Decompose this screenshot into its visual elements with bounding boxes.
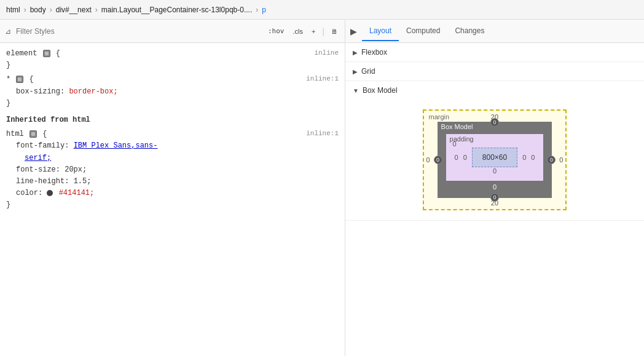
line-height-val: 1.5;	[74, 177, 92, 186]
breadcrumb-sep3: ›	[95, 6, 98, 14]
element-rule: element { inline }	[6, 48, 339, 71]
breadcrumb: html › body › div#__next › main.Layout__…	[0, 0, 644, 20]
element-node-icon	[43, 50, 50, 57]
flexbox-label: Flexbox	[361, 48, 387, 57]
star-rule: * { inline:1 box-sizing: border-box; }	[6, 74, 339, 109]
border-left-value[interactable]: 0	[434, 156, 442, 164]
border-label: Box Model	[441, 123, 473, 130]
grid-header[interactable]: Grid	[345, 62, 644, 81]
breadcrumb-sep2: ›	[50, 6, 52, 14]
tab-changes[interactable]: Changes	[447, 22, 492, 41]
html-close-brace: }	[6, 200, 10, 209]
font-family-val[interactable]: IBM Plex Sans,sans-	[74, 141, 158, 150]
border-bottom-extra: 0	[493, 183, 497, 191]
font-family-val2[interactable]: serif;	[25, 154, 51, 162]
element-selector: element	[6, 49, 42, 58]
html-node-icon	[29, 130, 37, 138]
flexbox-chevron	[353, 49, 358, 56]
star-selector: *	[6, 75, 15, 84]
box-sizing-val: border-box;	[69, 87, 117, 96]
breadcrumb-sep4: ›	[256, 6, 258, 14]
font-size-prop: font-size:	[16, 165, 65, 174]
filter-icon: ⊿	[5, 27, 11, 36]
star-open-brace: {	[29, 75, 34, 84]
padding-bottom-value[interactable]: 0	[455, 167, 535, 175]
border-bottom-value[interactable]: 0	[490, 193, 499, 202]
border-right-outer-value[interactable]: 0	[522, 154, 526, 161]
margin-box: margin 20 20 0 0 Box Model 0 0 0	[423, 109, 567, 210]
padding-box: padding 0 0 0 800×60	[446, 134, 544, 181]
box-model-section: Box Model margin 20 20 0 0	[345, 81, 644, 221]
border-box: Box Model 0 0 0 0 padding 0	[438, 122, 552, 198]
star-node-icon	[16, 76, 23, 83]
margin-left-value[interactable]: 0	[426, 156, 430, 164]
inherited-header: Inherited from html	[6, 114, 339, 126]
cls-button[interactable]: .cls	[291, 27, 305, 36]
element-open-brace: {	[56, 49, 60, 58]
border-top-value[interactable]: 0	[490, 118, 499, 127]
filter-bar: ⊿ :hov .cls + | 🗎	[0, 20, 345, 43]
play-button[interactable]: ▶	[350, 26, 357, 36]
html-rule: html { inline:1 font-family: IBM Plex Sa…	[6, 129, 339, 211]
star-source: inline:1	[306, 74, 339, 85]
html-open-brace: {	[42, 130, 47, 138]
element-source: inline	[314, 48, 339, 59]
breadcrumb-div[interactable]: div#__next	[56, 6, 92, 14]
content-size: 800×60	[482, 153, 507, 162]
padding-top-value[interactable]: 0	[414, 140, 495, 148]
breadcrumb-p[interactable]: p	[262, 6, 266, 14]
grid-chevron	[353, 68, 358, 75]
box-model-header[interactable]: Box Model	[345, 81, 644, 100]
grid-section: Grid	[345, 62, 644, 81]
left-panel: ⊿ :hov .cls + | 🗎 element { inline }	[0, 20, 345, 356]
right-content: Flexbox Grid Box Model	[345, 43, 644, 356]
breadcrumb-main[interactable]: main.Layout__PageContainer-sc-13l0pqb-0.…	[101, 6, 252, 14]
filter-divider: |	[322, 26, 324, 36]
box-model-visual: margin 20 20 0 0 Box Model 0 0 0	[423, 109, 567, 210]
border-left-outer-value[interactable]: 0	[463, 154, 467, 161]
element-close-brace: }	[6, 61, 10, 69]
content-box: 800×60	[472, 148, 517, 167]
color-swatch[interactable]	[47, 190, 53, 196]
main-container: ⊿ :hov .cls + | 🗎 element { inline }	[0, 20, 644, 356]
filter-input[interactable]	[16, 27, 261, 36]
box-model-chevron	[353, 87, 359, 94]
hov-button[interactable]: :hov	[266, 26, 286, 36]
box-sizing-prop: box-sizing:	[16, 87, 69, 96]
box-model-label: Box Model	[363, 86, 398, 95]
box-model-diagram: margin 20 20 0 0 Box Model 0 0 0	[345, 100, 644, 220]
margin-label: margin	[429, 113, 450, 121]
star-close-brace: }	[6, 99, 10, 108]
border-right-value[interactable]: 0	[547, 156, 556, 164]
color-prop: color:	[16, 189, 47, 197]
flexbox-header[interactable]: Flexbox	[345, 43, 644, 61]
doc-button[interactable]: 🗎	[329, 27, 340, 36]
padding-right-value[interactable]: 0	[531, 154, 535, 161]
margin-right-value[interactable]: 0	[559, 156, 563, 164]
breadcrumb-sep1: ›	[24, 6, 26, 14]
grid-label: Grid	[361, 67, 375, 76]
line-height-prop: line-height:	[16, 177, 74, 186]
padding-left-value[interactable]: 0	[455, 154, 458, 161]
font-family-prop: font-family:	[16, 141, 74, 150]
html-selector: html	[6, 130, 28, 138]
add-rule-button[interactable]: +	[310, 27, 317, 36]
tab-computed[interactable]: Computed	[399, 22, 447, 41]
tabs-bar: ▶ Layout Computed Changes	[345, 20, 644, 43]
html-source: inline:1	[306, 129, 339, 140]
font-size-val: 20px;	[65, 165, 87, 174]
css-area: element { inline } * { inline:1	[0, 43, 345, 356]
flexbox-section: Flexbox	[345, 43, 644, 62]
breadcrumb-body[interactable]: body	[30, 6, 46, 14]
tab-layout[interactable]: Layout	[362, 22, 399, 41]
breadcrumb-html[interactable]: html	[6, 6, 20, 14]
color-val: #414141;	[59, 189, 95, 197]
right-panel: ▶ Layout Computed Changes Flexbox Grid	[345, 20, 644, 356]
